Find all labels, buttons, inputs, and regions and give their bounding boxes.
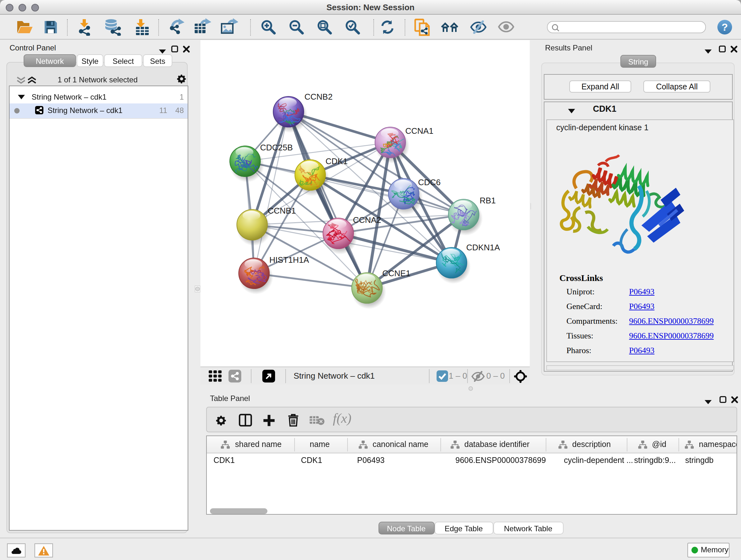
svg-text:CCNE1: CCNE1 [382,268,410,278]
svg-text:CDK1: CDK1 [326,157,347,166]
svg-text:CDC6: CDC6 [418,178,441,187]
svg-text:CCNB1: CCNB1 [268,206,296,215]
svg-text:CDKN1A: CDKN1A [466,243,500,252]
svg-text:CCNA2: CCNA2 [353,215,381,225]
svg-text:CCNB2: CCNB2 [305,92,333,102]
svg-text:CDC25B: CDC25B [260,143,293,152]
svg-text:RB1: RB1 [480,196,496,205]
svg-text:HIST1H1A: HIST1H1A [269,255,309,265]
svg-text:CCNA1: CCNA1 [405,126,433,136]
